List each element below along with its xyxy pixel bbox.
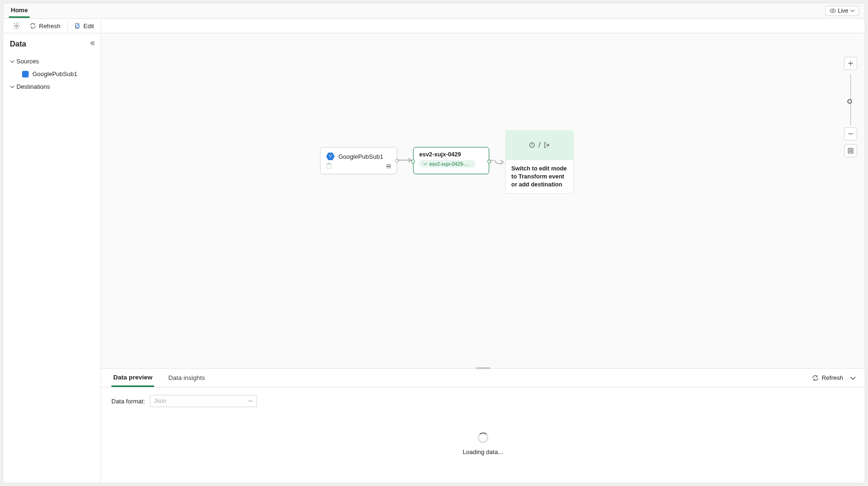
source-node-title: GooglePubSub1 xyxy=(338,153,383,160)
edit-icon xyxy=(74,23,81,29)
separator: / xyxy=(539,141,540,149)
tab-home[interactable]: Home xyxy=(9,4,30,18)
sources-tree-header[interactable]: Sources xyxy=(8,55,96,68)
source-item-googlepubsub[interactable]: GooglePubSub1 xyxy=(8,68,96,80)
output-port[interactable] xyxy=(395,159,399,162)
pubsub-icon xyxy=(22,71,29,77)
edge-stream-to-dest xyxy=(489,155,506,165)
collapse-sidebar-button[interactable] xyxy=(89,40,96,46)
plus-icon xyxy=(847,60,854,67)
stream-icon xyxy=(423,162,428,166)
loading-spinner-icon xyxy=(478,432,488,443)
transform-icon xyxy=(528,141,536,149)
chevron-down-icon xyxy=(10,59,15,64)
source-item-label: GooglePubSub1 xyxy=(32,70,77,77)
node-menu-button[interactable] xyxy=(386,164,391,169)
zoom-slider[interactable] xyxy=(850,74,851,125)
live-mode-button[interactable]: Live xyxy=(825,6,859,16)
refresh-icon xyxy=(30,23,36,29)
pubsub-icon xyxy=(326,152,335,161)
gear-icon xyxy=(13,22,20,30)
source-node[interactable]: GooglePubSub1 xyxy=(320,147,397,174)
bottom-panel: Data preview Data insights Refresh xyxy=(101,368,865,483)
chevron-double-left-icon xyxy=(89,40,96,46)
chevron-down-icon xyxy=(850,375,856,381)
data-format-select[interactable]: Json xyxy=(150,395,257,407)
panel-collapse-button[interactable] xyxy=(850,375,856,381)
fit-view-button[interactable] xyxy=(844,144,857,157)
svg-rect-3 xyxy=(850,150,852,152)
fit-icon xyxy=(847,147,854,154)
svg-point-0 xyxy=(832,10,834,12)
stream-node-title: esv2-xujx-0429 xyxy=(419,151,483,158)
zoom-controls xyxy=(844,57,857,159)
output-icon xyxy=(543,141,551,149)
zoom-in-button[interactable] xyxy=(844,57,857,70)
tab-data-preview[interactable]: Data preview xyxy=(111,369,154,387)
loading-spinner-icon xyxy=(326,163,332,169)
sidebar: Data Sources GooglePubSub1 Destinations xyxy=(3,33,101,483)
input-port[interactable] xyxy=(411,160,415,163)
eye-icon xyxy=(829,8,836,14)
chevron-down-icon xyxy=(10,85,15,89)
destinations-label: Destinations xyxy=(16,83,50,90)
destinations-tree-header[interactable]: Destinations xyxy=(8,80,96,93)
output-port[interactable] xyxy=(487,160,491,163)
toolbar-separator xyxy=(67,20,68,31)
stream-chip[interactable]: esv2-xujx-0429-str... xyxy=(419,160,476,168)
data-format-value: Json xyxy=(154,398,166,404)
chevron-down-icon xyxy=(850,8,855,13)
settings-button[interactable] xyxy=(8,20,25,31)
sources-label: Sources xyxy=(16,58,39,65)
panel-refresh-label: Refresh xyxy=(821,374,843,381)
zoom-slider-handle[interactable] xyxy=(847,99,852,104)
toolbar-separator-2 xyxy=(101,20,101,31)
zoom-out-button[interactable] xyxy=(844,127,857,140)
loading-text: Loading data... xyxy=(111,448,854,455)
svg-point-1 xyxy=(16,25,17,27)
data-format-label: Data format: xyxy=(111,398,145,405)
stream-chip-label: esv2-xujx-0429-str... xyxy=(430,161,472,167)
destination-placeholder-node[interactable]: / Switch to edit mode to Transform event… xyxy=(505,130,574,200)
edit-label: Edit xyxy=(84,23,94,30)
refresh-label: Refresh xyxy=(39,23,61,30)
destination-help-text: Switch to edit mode to Transform event o… xyxy=(505,160,574,194)
tab-data-insights[interactable]: Data insights xyxy=(166,370,207,386)
sidebar-title: Data xyxy=(8,40,96,48)
svg-rect-2 xyxy=(848,148,853,153)
refresh-button[interactable]: Refresh xyxy=(25,21,65,31)
stream-node[interactable]: esv2-xujx-0429 esv2-xujx-0429-str... xyxy=(413,147,489,174)
minus-icon xyxy=(847,131,854,137)
top-tabbar: Home Live xyxy=(3,3,865,18)
edit-button[interactable]: Edit xyxy=(70,21,99,31)
toolbar: Refresh Edit xyxy=(3,18,865,33)
refresh-icon xyxy=(812,375,819,381)
chevron-down-icon xyxy=(248,399,253,403)
live-mode-label: Live xyxy=(838,8,848,14)
panel-refresh-button[interactable]: Refresh xyxy=(812,374,843,381)
flow-canvas[interactable]: GooglePubSub1 esv2-xujx-0429 esv2-xujx-0… xyxy=(101,33,865,368)
